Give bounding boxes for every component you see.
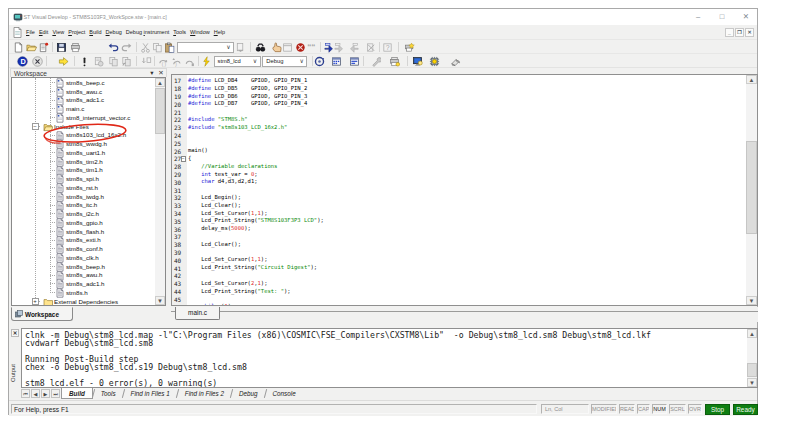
memory-window-button[interactable] [330, 55, 343, 68]
tree-scrollbar[interactable]: ▲ ▼ [155, 78, 165, 305]
code-line-21[interactable]: 21 [172, 108, 757, 116]
tree-item-stm8s-beep-c[interactable]: stm8s_beep.c [12, 78, 155, 87]
code-line-40[interactable]: 40 Lcd_Set_Cursor(1,1); [172, 256, 757, 264]
scrollbar-thumb[interactable] [747, 363, 757, 377]
scroll-up-button[interactable]: ▲ [747, 329, 757, 338]
output-tab-console[interactable]: Console [266, 388, 303, 399]
code-line-23[interactable]: 23#include "stm8s103_LCD_16x2.h" [172, 124, 757, 132]
tree-item-stm8-interrupt-vector-c[interactable]: stm8_interrupt_vector.c [12, 113, 155, 122]
tree-item-stm8s103-lcd-16x2-h[interactable]: stm8s103_lcd_16x2.h [12, 131, 155, 140]
output-tab-debug[interactable]: Debug [232, 388, 265, 399]
code-line-34[interactable]: 34 Lcd_Set_Cursor(1,1); [172, 210, 757, 218]
output-tab-build[interactable]: Build [61, 388, 93, 399]
bookmark-prev-button[interactable] [348, 41, 361, 54]
code-line-45[interactable]: 45 [172, 295, 757, 303]
build-exclaim-button[interactable] [78, 55, 91, 68]
chip-config-button[interactable] [428, 55, 441, 68]
output-tab-find-in-files-2[interactable]: Find in Files 2 [178, 388, 231, 399]
tree-item-stm8s-flash-h[interactable]: stm8s_flash.h [12, 227, 155, 236]
tree-item-stm8s-uart1-h[interactable]: stm8s_uart1.h [12, 148, 155, 157]
print-button[interactable] [69, 41, 82, 54]
code-line-39[interactable]: 39 [172, 249, 757, 257]
chevron-down-icon[interactable]: ∨ [298, 58, 305, 65]
tree-item-main-c[interactable]: main.c [12, 104, 155, 113]
undo-button[interactable] [107, 41, 120, 54]
tree-item-stm8s-h[interactable]: stm8s.h [12, 288, 155, 297]
code-line-20[interactable]: 20#define LCD_DB7 GPIOD, GPIO_PIN_4 [172, 100, 757, 108]
code-line-17[interactable]: 17#define LCD_DB4 GPIOD, GPIO_PIN_1 [172, 77, 757, 85]
run-to-cursor-button[interactable] [183, 55, 196, 68]
menu-help[interactable]: Help [212, 29, 227, 35]
tree-item-stm8s-wwdg-h[interactable]: stm8s_wwdg.h [12, 139, 155, 148]
close-button[interactable]: ✕ [739, 10, 753, 24]
tree-item-external-dependencies[interactable]: +External Dependencies [12, 297, 155, 306]
code-line-42[interactable]: 42 [172, 272, 757, 280]
tree-item-stm8s-awu-c[interactable]: stm8s_awu.c [12, 87, 155, 96]
minimize-button[interactable]: – [691, 10, 705, 24]
code-line-36[interactable]: 36 delay_ms(5000); [172, 225, 757, 233]
scroll-down-button[interactable]: ▼ [746, 296, 757, 305]
code-line-38[interactable]: 38 Lcd_Clear(); [172, 241, 757, 249]
paste-button[interactable] [163, 41, 176, 54]
compile-button[interactable] [92, 55, 105, 68]
editor-tab-main-c[interactable]: main.c [175, 307, 220, 320]
scroll-up-button[interactable]: ▲ [746, 75, 757, 84]
save-button[interactable] [55, 41, 68, 54]
bookmark-clear-button[interactable] [364, 41, 377, 54]
step-out-button[interactable]: ) [170, 55, 183, 68]
stop-button[interactable]: Stop [705, 404, 730, 415]
tree-item-stm8s-clk-h[interactable]: stm8s_clk.h [12, 253, 155, 262]
tab-scroll-next-button[interactable]: ▶ [41, 389, 50, 398]
code-line-30[interactable]: 30 char d4,d3,d2,d1; [172, 178, 757, 186]
find-combo[interactable]: ∨ [177, 42, 234, 53]
find-next-button[interactable] [234, 41, 247, 54]
scroll-down-button[interactable]: ▼ [747, 378, 757, 387]
code-line-32[interactable]: 32 Lcd_Begin(); [172, 194, 757, 202]
step-over-button[interactable]: ( ) [157, 55, 170, 68]
memory-window2-button[interactable] [348, 55, 361, 68]
code-line-29[interactable]: 29 int test_var = 0; [172, 171, 757, 179]
code-line-25[interactable]: 25 [172, 139, 757, 147]
output-scrollbar[interactable]: ▲ ▼ [747, 329, 757, 387]
code-line-46[interactable]: 46 while (1) [172, 303, 757, 306]
code-line-22[interactable]: 22#include "STM8S.h" [172, 116, 757, 124]
tree-item-stm8s-rst-h[interactable]: stm8s_rst.h [12, 183, 155, 192]
menu-file[interactable]: File [24, 29, 37, 35]
build-output-log[interactable]: ▲ ▼ clnk -m Debug\stm8_lcd.map -l"C:\Pro… [21, 328, 758, 388]
menu-project[interactable]: Project [66, 29, 87, 35]
debug-stop-button[interactable] [31, 55, 44, 68]
code-line-37[interactable]: 37 [172, 233, 757, 241]
tree-item-stm8s-iwdg-h[interactable]: stm8s_iwdg.h [12, 192, 155, 201]
menu-debug[interactable]: Debug [104, 29, 124, 35]
menu-view[interactable]: View [50, 29, 66, 35]
step-into-button[interactable] [140, 55, 153, 68]
scroll-down-button[interactable]: ▼ [155, 296, 165, 305]
tree-item-stm8s-adc1-c[interactable]: stm8s_adc1.c [12, 96, 155, 105]
panel-close-button[interactable]: ✕ [157, 69, 165, 77]
ready-button[interactable]: Ready [733, 404, 758, 415]
code-line-19[interactable]: 19#define LCD_DB6 GPIOD, GPIO_PIN_3 [172, 93, 757, 101]
code-line-31[interactable]: 31 [172, 186, 757, 194]
rebuild-button[interactable] [120, 55, 133, 68]
output-tab-find-in-files-1[interactable]: Find in Files 1 [124, 388, 177, 399]
code-line-44[interactable]: 44 Lcd_Print_String("Test: "); [172, 288, 757, 296]
mdi-close-button[interactable]: ✕ [745, 28, 754, 37]
save-workspace-button[interactable] [37, 41, 50, 54]
output-close-button[interactable]: ✕ [11, 329, 19, 337]
collapse-expander[interactable]: − [32, 123, 39, 130]
code-line-27[interactable]: 27−{ [172, 155, 757, 163]
menu-edit[interactable]: Edit [37, 29, 50, 35]
code-line-33[interactable]: 33 Lcd_Clear(); [172, 202, 757, 210]
code-line-26[interactable]: 26main() [172, 147, 757, 155]
print-build-button[interactable] [388, 55, 401, 68]
new-file-button[interactable] [12, 41, 25, 54]
tree-item-stm8s-awu-h[interactable]: stm8s_awu.h [12, 271, 155, 280]
tab-scroll-last-button[interactable]: ⏭ [51, 389, 60, 398]
tab-scroll-prev-button[interactable]: ◀ [31, 389, 40, 398]
code-line-18[interactable]: 18#define LCD_DB5 GPIOD, GPIO_PIN_2 [172, 85, 757, 93]
window-list-button[interactable] [281, 41, 294, 54]
workspace-combo[interactable]: stm8_lcd∨ [214, 56, 261, 67]
mdi-minimize-button[interactable]: _ [725, 28, 734, 37]
scrollbar-thumb[interactable] [155, 88, 165, 134]
tree-item-stm8s-exti-h[interactable]: stm8s_exti.h [12, 236, 155, 245]
